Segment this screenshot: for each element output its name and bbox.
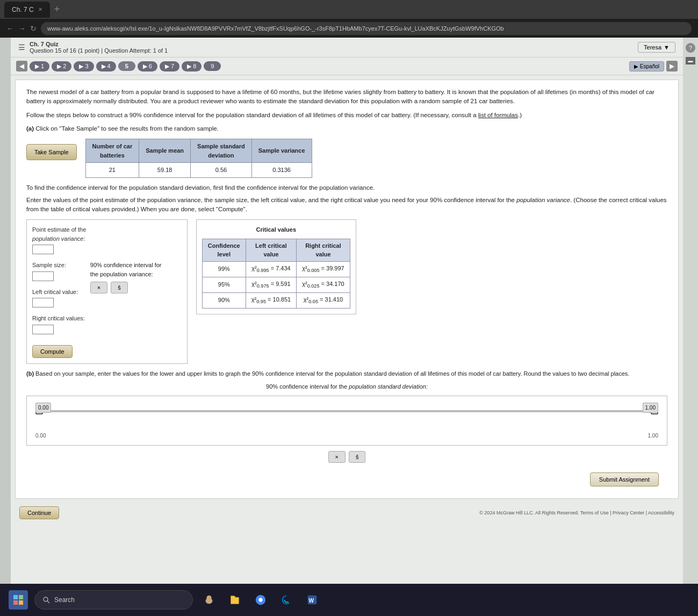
footer-text: © 2024 McGraw Hill LLC. All Rights Reser…: [479, 510, 674, 515]
take-sample-button[interactable]: Take Sample: [26, 144, 77, 160]
take-sample-label: Take Sample: [34, 149, 69, 155]
right-critical-input[interactable]: [32, 325, 54, 334]
right-critical-label: Right critical values:: [32, 314, 85, 323]
taskbar-chrome-icon[interactable]: [251, 590, 270, 610]
taskbar-files-icon[interactable]: [225, 590, 244, 610]
left-critical-label: Left critical value:: [32, 288, 85, 297]
nav-btn-1[interactable]: ▶ 1: [30, 61, 49, 71]
forward-icon[interactable]: →: [18, 24, 26, 33]
help-icon[interactable]: ?: [686, 43, 695, 53]
point-estimate-section: Point estimate of thepopulation variance…: [26, 219, 667, 364]
taskbar-search-bar[interactable]: Search: [34, 590, 193, 610]
nav-btn-7[interactable]: ▶ 7: [160, 61, 179, 71]
nav-btn-9[interactable]: 9: [204, 61, 221, 71]
address-bar-input[interactable]: [41, 22, 692, 35]
cell-std-dev: 0.56: [191, 163, 252, 178]
part-a-label: (a) Click on "Take Sample" to see the re…: [26, 124, 667, 133]
critical-values-section: Critical values Confidencelevel Left cri…: [196, 219, 356, 314]
critical-values-title: Critical values: [202, 225, 350, 234]
tab-close-icon[interactable]: ✕: [38, 6, 42, 12]
espanol-label: Español: [640, 63, 659, 69]
col-header-batteries: Number of carbatteries: [85, 139, 139, 163]
taskbar-word-icon[interactable]: W: [303, 590, 322, 610]
left-inputs-panel: Point estimate of thepopulation variance…: [26, 219, 188, 364]
table-row: 21 59.18 0.56 0.3136: [85, 163, 312, 178]
submit-row: Submit Assignment: [26, 468, 667, 491]
svg-point-4: [44, 597, 48, 601]
nav-btn-8[interactable]: ▶ 8: [182, 61, 202, 71]
part-b-section: (b) Based on your sample, enter the valu…: [26, 369, 667, 463]
question-body: The newest model of a car battery from a…: [15, 80, 679, 499]
svg-rect-3: [19, 600, 23, 605]
critical-values-table: Confidencelevel Left criticalvalue Right…: [202, 239, 350, 309]
point-estimate-group: Point estimate of thepopulation variance…: [32, 225, 182, 254]
cell-mean: 59.18: [139, 163, 191, 178]
start-button[interactable]: [9, 590, 28, 610]
svg-text:W: W: [309, 598, 314, 604]
s-button-top[interactable]: ŝ: [111, 282, 128, 293]
taskbar-icon-5: W: [306, 594, 318, 606]
col-header-variance: Sample variance: [251, 139, 312, 163]
content-panel: ☰ Ch. 7 Quiz Question 15 of 16 (1 point)…: [11, 38, 683, 584]
nav-btn-3[interactable]: ▶ 3: [74, 61, 93, 71]
continue-row: Continue © 2024 McGraw Hill LLC. All Rig…: [11, 503, 683, 524]
quiz-title-block: Ch. 7 Quiz Question 15 of 16 (1 point) |…: [30, 41, 168, 54]
submit-label: Submit Assignment: [599, 476, 650, 483]
nav-btn-6[interactable]: ▶ 6: [138, 61, 157, 71]
s-button-bottom[interactable]: ŝ: [349, 451, 366, 463]
slider-bottom-left: 0.00: [35, 432, 46, 440]
enter-values-text: Enter the values of the point estimate o…: [26, 196, 667, 214]
col-header-mean: Sample mean: [139, 139, 191, 163]
cell-batteries: 21: [85, 163, 139, 178]
nav-prev-arrow[interactable]: ◀: [16, 61, 27, 71]
espanol-button[interactable]: ▶ Español: [629, 61, 664, 71]
taskbar-search-label: Search: [54, 596, 75, 604]
tab-title: Ch. 7 C: [12, 6, 34, 13]
nav-btn-4[interactable]: ▶ 4: [96, 61, 116, 71]
back-icon[interactable]: ←: [6, 24, 14, 33]
slider-bottom-labels: 0.00 1.00: [35, 432, 658, 440]
nav-btn-5[interactable]: 5: [118, 61, 135, 71]
continue-button[interactable]: Continue: [19, 506, 59, 519]
left-critical-input[interactable]: [32, 298, 54, 307]
question-info: Question 15 of 16 (1 point) | Question A…: [30, 47, 168, 54]
x-button-bottom[interactable]: ×: [328, 451, 346, 463]
compute-button[interactable]: Compute: [32, 345, 73, 358]
submit-assignment-button[interactable]: Submit Assignment: [590, 472, 659, 486]
crit-row-99: 99% χ²0.995 = 7.434 χ²0.005 = 39.997: [202, 261, 350, 277]
teresa-button[interactable]: Teresa ▼: [638, 42, 675, 53]
crit-col-level: Confidencelevel: [202, 239, 246, 261]
browser-tab[interactable]: Ch. 7 C ✕: [4, 2, 50, 18]
slider-bottom-right: 1.00: [648, 432, 658, 440]
svg-point-7: [206, 596, 211, 600]
right-sidebar: ? ▬: [683, 38, 698, 584]
nav-next-arrow[interactable]: ▶: [666, 61, 678, 71]
crit-right-90: χ²0.05 = 31.410: [297, 292, 350, 308]
crit-left-99: χ²0.995 = 7.434: [246, 261, 296, 277]
x-button-top[interactable]: ×: [90, 282, 107, 293]
taskbar-edge-icon[interactable]: [277, 590, 296, 610]
refresh-icon[interactable]: ↻: [30, 24, 37, 33]
point-estimate-input[interactable]: [32, 245, 54, 254]
instruction-text: Follow the steps below to construct a 90…: [26, 111, 667, 120]
crit-right-99: χ²0.005 = 39.997: [297, 261, 350, 277]
taskbar-bird-icon[interactable]: [199, 590, 219, 610]
cell-variance: 0.3136: [251, 163, 312, 178]
crit-right-95: χ²0.025 = 34.170: [297, 277, 350, 292]
slider-label-left: 0.00: [35, 403, 51, 413]
confidence-interval-panel: Sample size: Left critical value: Right …: [32, 261, 182, 358]
crit-col-right: Right criticalvalue: [297, 239, 350, 261]
xs-buttons-top: × ŝ: [90, 282, 182, 293]
slider-container: 0.00 1.00 0.00 1.00: [26, 396, 667, 446]
teresa-label: Teresa: [644, 44, 661, 51]
confidence-text: To find the confidence interval for the …: [26, 183, 667, 192]
sample-table-container: Take Sample Number of carbatteries Sampl…: [26, 139, 667, 178]
part-b-label: (b) Based on your sample, enter the valu…: [26, 369, 667, 378]
nav-btn-2[interactable]: ▶ 2: [52, 61, 71, 71]
svg-rect-0: [13, 595, 18, 599]
new-tab-button[interactable]: +: [54, 4, 60, 15]
menu-icon[interactable]: ☰: [18, 43, 25, 52]
sample-size-label: Sample size:: [32, 261, 85, 270]
bookmark-icon[interactable]: ▬: [686, 57, 695, 65]
sample-size-input[interactable]: [32, 271, 54, 281]
